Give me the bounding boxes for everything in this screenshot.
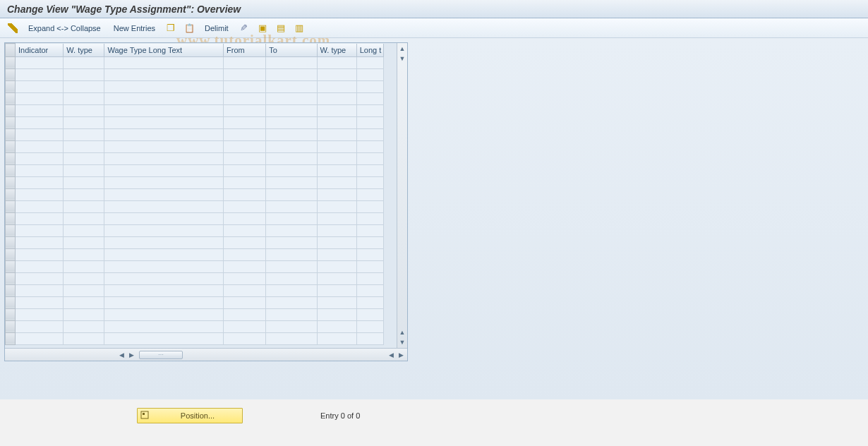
wage-type-table[interactable]: IndicatorW. typeWage Type Long TextFromT… bbox=[5, 43, 397, 345]
cell-wtype2[interactable] bbox=[317, 224, 356, 236]
cell-wtype1[interactable] bbox=[64, 140, 104, 152]
cell-longtext[interactable] bbox=[104, 116, 224, 128]
cell-to[interactable] bbox=[266, 92, 317, 104]
cell-from[interactable] bbox=[224, 332, 266, 344]
cell-from[interactable] bbox=[224, 104, 266, 116]
cell-longtext[interactable] bbox=[104, 68, 224, 80]
cell-to[interactable] bbox=[266, 68, 317, 80]
cell-longt[interactable] bbox=[356, 176, 383, 188]
row-selector[interactable] bbox=[6, 332, 16, 344]
cell-to[interactable] bbox=[266, 200, 317, 212]
cell-from[interactable] bbox=[224, 308, 266, 320]
table-row[interactable] bbox=[6, 68, 397, 80]
cell-wtype2[interactable] bbox=[317, 188, 356, 200]
expand-collapse-button[interactable]: Expand <-> Collapse bbox=[24, 23, 105, 34]
row-selector[interactable] bbox=[6, 308, 16, 320]
row-selector[interactable] bbox=[6, 296, 16, 308]
cell-longt[interactable] bbox=[356, 200, 383, 212]
cell-wtype2[interactable] bbox=[317, 236, 356, 248]
cell-to[interactable] bbox=[266, 104, 317, 116]
cell-from[interactable] bbox=[224, 56, 266, 68]
cell-to[interactable] bbox=[266, 260, 317, 272]
cell-wtype2[interactable] bbox=[317, 152, 356, 164]
cell-wtype2[interactable] bbox=[317, 128, 356, 140]
cell-indicator[interactable] bbox=[16, 200, 64, 212]
cell-longt[interactable] bbox=[356, 128, 383, 140]
cell-to[interactable] bbox=[266, 224, 317, 236]
cell-from[interactable] bbox=[224, 80, 266, 92]
cell-wtype1[interactable] bbox=[64, 296, 104, 308]
cell-longt[interactable] bbox=[356, 152, 383, 164]
scroll-up-icon[interactable]: ▲ bbox=[397, 44, 407, 54]
cell-indicator[interactable] bbox=[16, 188, 64, 200]
cell-longt[interactable] bbox=[356, 320, 383, 332]
cell-longt[interactable] bbox=[356, 308, 383, 320]
cell-longtext[interactable] bbox=[104, 224, 224, 236]
cell-wtype1[interactable] bbox=[64, 224, 104, 236]
cell-from[interactable] bbox=[224, 272, 266, 284]
cell-from[interactable] bbox=[224, 320, 266, 332]
cell-longt[interactable] bbox=[356, 68, 383, 80]
cell-to[interactable] bbox=[266, 152, 317, 164]
cell-wtype2[interactable] bbox=[317, 248, 356, 260]
cell-wtype2[interactable] bbox=[317, 176, 356, 188]
cell-indicator[interactable] bbox=[16, 296, 64, 308]
cell-to[interactable] bbox=[266, 56, 317, 68]
row-selector[interactable] bbox=[6, 80, 16, 92]
cell-indicator[interactable] bbox=[16, 80, 64, 92]
cell-from[interactable] bbox=[224, 116, 266, 128]
cell-to[interactable] bbox=[266, 80, 317, 92]
cell-wtype1[interactable] bbox=[64, 152, 104, 164]
scroll-left-end-icon[interactable]: ◀ bbox=[386, 350, 396, 360]
table-row[interactable] bbox=[6, 260, 397, 272]
cell-wtype2[interactable] bbox=[317, 308, 356, 320]
column-header-to[interactable]: To bbox=[266, 44, 317, 57]
row-selector[interactable] bbox=[6, 140, 16, 152]
cell-longtext[interactable] bbox=[104, 104, 224, 116]
table-row[interactable] bbox=[6, 116, 397, 128]
table-row[interactable] bbox=[6, 92, 397, 104]
cell-from[interactable] bbox=[224, 188, 266, 200]
cell-wtype2[interactable] bbox=[317, 80, 356, 92]
position-button[interactable]: Position... bbox=[137, 408, 243, 423]
table-row[interactable] bbox=[6, 248, 397, 260]
scroll-down-icon[interactable]: ▼ bbox=[397, 54, 407, 64]
column-header-wtype2[interactable]: W. type bbox=[317, 44, 356, 57]
vertical-scrollbar[interactable]: ▲ ▼ ▲ ▼ bbox=[397, 43, 407, 348]
cell-from[interactable] bbox=[224, 128, 266, 140]
cell-longt[interactable] bbox=[356, 92, 383, 104]
cell-wtype2[interactable] bbox=[317, 116, 356, 128]
cell-wtype2[interactable] bbox=[317, 164, 356, 176]
cell-longtext[interactable] bbox=[104, 56, 224, 68]
cell-longtext[interactable] bbox=[104, 308, 224, 320]
cell-to[interactable] bbox=[266, 116, 317, 128]
table-row[interactable] bbox=[6, 308, 397, 320]
column-header-longtext[interactable]: Wage Type Long Text bbox=[104, 44, 224, 57]
cell-wtype1[interactable] bbox=[64, 248, 104, 260]
cell-longt[interactable] bbox=[356, 236, 383, 248]
cell-longtext[interactable] bbox=[104, 176, 224, 188]
row-selector[interactable] bbox=[6, 176, 16, 188]
column-header-from[interactable]: From bbox=[224, 44, 266, 57]
cell-wtype2[interactable] bbox=[317, 320, 356, 332]
cell-longtext[interactable] bbox=[104, 260, 224, 272]
cell-to[interactable] bbox=[266, 308, 317, 320]
cell-from[interactable] bbox=[224, 140, 266, 152]
row-selector[interactable] bbox=[6, 248, 16, 260]
row-selector[interactable] bbox=[6, 152, 16, 164]
cell-to[interactable] bbox=[266, 296, 317, 308]
row-selector[interactable] bbox=[6, 92, 16, 104]
select-all-icon[interactable] bbox=[255, 21, 270, 35]
column-header-wtype1[interactable]: W. type bbox=[64, 44, 104, 57]
table-row[interactable] bbox=[6, 284, 397, 296]
cell-indicator[interactable] bbox=[16, 116, 64, 128]
deselect-all-icon[interactable] bbox=[292, 21, 306, 35]
cell-wtype1[interactable] bbox=[64, 320, 104, 332]
scroll-left-icon[interactable]: ◀ bbox=[116, 350, 126, 360]
cell-longt[interactable] bbox=[356, 332, 383, 344]
table-row[interactable] bbox=[6, 188, 397, 200]
cell-wtype1[interactable] bbox=[64, 308, 104, 320]
cell-longt[interactable] bbox=[356, 260, 383, 272]
row-selector[interactable] bbox=[6, 68, 16, 80]
column-header-indicator[interactable]: Indicator bbox=[16, 44, 64, 57]
